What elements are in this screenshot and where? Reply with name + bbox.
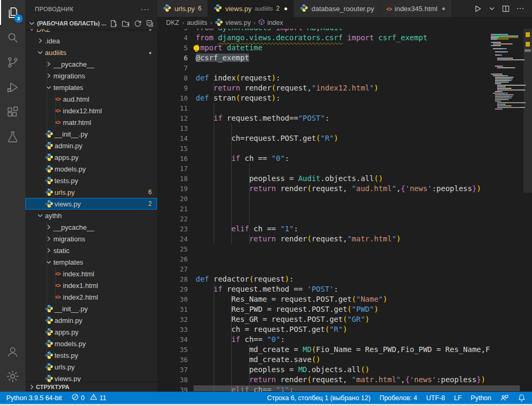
new-file-icon[interactable] [109,20,117,28]
activity-settings-icon[interactable] [0,364,25,389]
tree-item-migrations[interactable]: migrations [25,233,157,245]
lightbulb-icon[interactable] [194,45,199,51]
tree-item-static[interactable]: static [25,245,157,256]
new-folder-icon[interactable] [122,20,130,28]
indent-guide [47,128,47,140]
tree-item-index.html[interactable]: <>index.html [25,268,157,279]
breadcrumb-separator: › [253,19,255,26]
tree-item-audiiits[interactable]: audiiits● [25,47,157,58]
status-python-version[interactable]: Python 3.9.5 64-bit [6,394,62,402]
refresh-icon[interactable] [134,20,142,28]
activity-search-icon[interactable] [0,25,25,50]
activity-source-control-icon[interactable] [0,50,25,75]
tree-item-__pycache__[interactable]: __pycache__ [25,221,157,233]
modified-dot-icon[interactable]: ● [442,5,445,12]
line-number: 6 [157,53,188,63]
code-line: 22 [157,214,490,224]
code-line: 31 Res_PWD = request.POST.get("PWD") [157,304,490,314]
line-number: 35 [157,345,188,355]
breadcrumb-item-audiiits[interactable]: audiiits [187,19,207,26]
symbol-icon [258,19,265,27]
indent-guide [214,345,214,355]
tree-item-index1.html[interactable]: <>index1.html [25,279,157,291]
tab-urls.py[interactable]: urls.py6 [157,0,208,17]
html-file-icon: <> [53,120,62,125]
collapse-all-icon[interactable] [146,20,154,28]
tree-item-matr.html[interactable]: <>matr.html [25,116,157,128]
explorer-title: ПРОВОДНИК [35,6,74,12]
activity-run-debug-icon[interactable] [0,75,25,100]
tree-item-index12.html[interactable]: <>index12.html [25,105,157,116]
tab-views.py[interactable]: views.pyaudiiits2● [208,0,294,17]
tree-item-.idea[interactable]: .idea [25,35,157,47]
tree-item-admin.py[interactable]: admin.py [25,314,157,326]
breadcrumb-item-DKZ[interactable]: DKZ [166,19,179,26]
selection-highlight: @csrf_exempt [196,53,249,62]
tree-item-models.py[interactable]: models.py [25,163,157,175]
tree-item-aud.html[interactable]: <>aud.html [25,93,157,105]
workspace-section-header[interactable]: (РАБОЧАЯ ОБЛАСТЬ) ... [25,17,157,29]
tree-item-views.py[interactable]: views.py2 [25,198,157,210]
tree-item-apps.py[interactable]: apps.py [25,326,157,338]
tree-item-admin.py[interactable]: admin.py [25,140,157,151]
code-line: 26 [157,254,490,264]
activity-files-icon[interactable]: 3 [0,0,25,25]
indent-guide [249,355,250,365]
status-eol[interactable]: LF [454,394,462,402]
tab-index345.html[interactable]: <>index345.html● [381,0,452,17]
tree-item-__pycache__[interactable]: __pycache__ [25,58,157,70]
tree-item-templates[interactable]: templates [25,82,157,93]
line-number: 24 [157,234,188,244]
run-button[interactable] [474,5,482,13]
tree-item-__init__.py[interactable]: __init__.py [25,303,157,314]
split-editor-button[interactable] [502,5,510,13]
minimap[interactable] [490,29,524,392]
breadcrumb-separator: › [210,19,212,26]
outline-section-header[interactable]: СТРУКТУРА [25,382,157,392]
indent-guide [214,154,214,164]
status-indentation[interactable]: Пробелов: 4 [380,394,417,402]
indent-guide [214,375,214,385]
bell-icon[interactable] [518,394,526,402]
horizontal-scrollbar[interactable] [194,385,520,391]
tree-item-models.py[interactable]: models.py [25,338,157,349]
tree-item-apps.py[interactable]: apps.py [25,151,157,163]
tree-item-templates[interactable]: templates [25,256,157,268]
activity-extensions-icon[interactable] [0,100,25,124]
vertical-scrollbar[interactable] [524,29,532,193]
status-problems[interactable]: 011 [71,393,106,402]
error-count: 0 [81,394,85,402]
tree-item-aythh[interactable]: aythh [25,210,157,221]
more-actions-button[interactable]: ⋯ [516,4,525,13]
explorer-more-actions-icon[interactable]: ··· [141,5,150,13]
tree-item-label: apps.py [54,154,79,161]
tree-item-label: migrations [53,72,85,80]
indent-guide [231,365,232,375]
tab-database_roouter.py[interactable]: database_roouter.py [294,0,381,17]
code-editor[interactable]: 3from aythh.models import MB,Audit4from … [157,29,532,392]
run-dropdown[interactable] [488,5,496,12]
tree-item-tests.py[interactable]: tests.py [25,349,157,361]
tree-item-urls.py[interactable]: urls.py [25,361,157,373]
line-number: 22 [157,214,188,224]
feedback-icon[interactable] [500,394,509,402]
line-number: 12 [157,113,188,123]
tree-item-tests.py[interactable]: tests.py [25,175,157,186]
tree-item-urls.py[interactable]: urls.py6 [25,186,157,198]
tree-item-migrations[interactable]: migrations [25,70,157,82]
status-cursor-position[interactable]: Строка 6, столбец 1 (выбрано 12) [267,394,371,402]
status-encoding[interactable]: UTF-8 [426,394,445,402]
html-file-icon: <> [53,294,62,300]
tab-label: database_roouter.py [311,5,374,13]
activity-testing-icon[interactable] [0,124,25,149]
breadcrumb-item-views.py[interactable]: views.py [215,18,251,28]
tree-item-__init__.py[interactable]: __init__.py [25,128,157,140]
status-language[interactable]: Python [471,394,491,402]
tree-item-badge: 6 [148,188,152,196]
code-line: 8def index(request): [157,73,490,83]
activity-account-icon[interactable] [0,339,25,364]
breadcrumb-item-index[interactable]: index [258,19,283,27]
modified-dot-icon[interactable]: ● [284,5,288,12]
tree-item-label: .idea [45,37,60,45]
tree-item-index2.html[interactable]: <>index2.html [25,291,157,303]
